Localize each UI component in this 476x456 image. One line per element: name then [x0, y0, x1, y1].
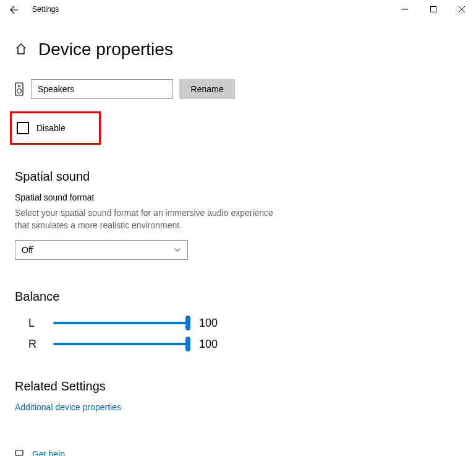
- page-title: Device properties: [38, 40, 173, 59]
- related-settings-heading: Related Settings: [15, 379, 461, 394]
- spatial-sound-value: Off: [22, 245, 33, 255]
- device-name-input[interactable]: [31, 79, 173, 99]
- maximize-icon: [430, 6, 436, 12]
- arrow-left-icon: [9, 5, 19, 15]
- minimize-icon: [402, 6, 408, 12]
- minimize-button[interactable]: [391, 0, 419, 19]
- get-help-link[interactable]: Get help: [32, 449, 65, 456]
- help-chat-icon: [15, 449, 25, 456]
- svg-point-3: [17, 89, 22, 93]
- balance-left-slider[interactable]: [53, 316, 188, 330]
- speaker-icon: [15, 82, 25, 96]
- balance-right-row: R 100: [15, 333, 461, 355]
- disable-checkbox[interactable]: [17, 122, 29, 134]
- spatial-sound-heading: Spatial sound: [15, 170, 461, 184]
- disable-checkbox-container[interactable]: Disable: [10, 111, 101, 145]
- balance-left-value: 100: [199, 317, 218, 330]
- spatial-sound-sublabel: Spatial sound format: [15, 192, 461, 202]
- page-header: Device properties: [15, 40, 461, 59]
- home-icon: [15, 43, 27, 55]
- additional-device-properties-link[interactable]: Additional device properties: [15, 402, 121, 412]
- balance-controls: L 100 R 100: [15, 312, 461, 355]
- window-title: Settings: [28, 0, 391, 14]
- spatial-sound-dropdown[interactable]: Off: [15, 240, 188, 260]
- disable-label: Disable: [36, 123, 66, 133]
- balance-left-row: L 100: [15, 312, 461, 333]
- spatial-sound-description: Select your spatial sound format for an …: [15, 207, 274, 231]
- balance-heading: Balance: [15, 290, 461, 304]
- balance-right-value: 100: [199, 338, 218, 351]
- balance-right-slider[interactable]: [53, 337, 188, 351]
- titlebar: Settings: [0, 0, 476, 20]
- help-links: Get help Give feedback: [15, 445, 461, 456]
- svg-rect-0: [431, 7, 436, 12]
- chevron-down-icon: [174, 246, 181, 254]
- close-icon: [459, 6, 465, 12]
- balance-left-label: L: [15, 317, 42, 330]
- device-name-row: Rename: [15, 79, 461, 99]
- home-button[interactable]: [15, 43, 27, 57]
- close-button[interactable]: [448, 0, 476, 19]
- maximize-button[interactable]: [419, 0, 448, 19]
- balance-right-label: R: [15, 338, 42, 351]
- window-controls: [391, 0, 476, 19]
- rename-button[interactable]: Rename: [179, 79, 235, 99]
- back-button[interactable]: [0, 0, 28, 20]
- svg-point-2: [19, 85, 20, 87]
